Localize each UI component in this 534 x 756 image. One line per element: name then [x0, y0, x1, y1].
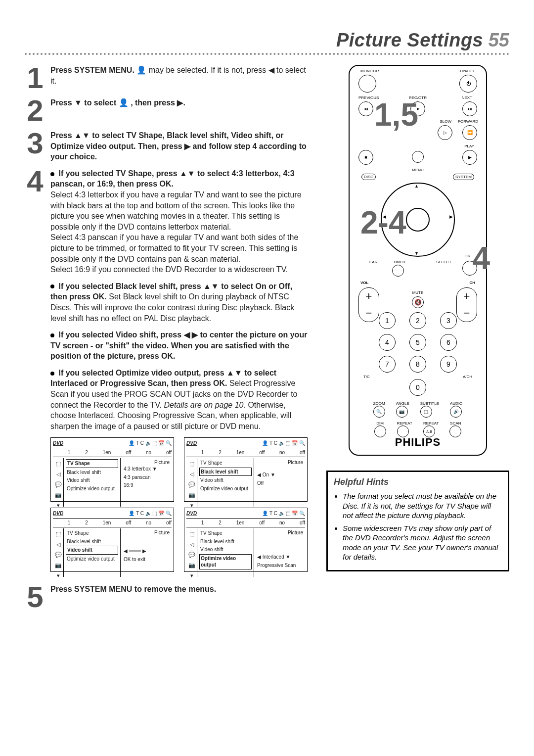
step-1-number: 1	[25, 65, 45, 92]
osd-tvshape: DVD👤 T C 🔈 ⬚ 📅 🔍 121enoffnooff ⬚◁💬📷▾ TV …	[50, 437, 174, 502]
play-button[interactable]: ▶	[462, 150, 477, 165]
overlay-step4: 4	[472, 240, 490, 277]
step-2-number: 2	[25, 97, 45, 124]
step-1-bold: Press SYSTEM MENU.	[50, 66, 134, 74]
timer-button[interactable]	[392, 265, 404, 277]
power-button[interactable]: ⏻	[459, 75, 477, 93]
previous-button[interactable]: ⏮	[358, 101, 373, 116]
step-5-number: 5	[25, 584, 45, 611]
forward-button[interactable]: ⏩	[462, 125, 477, 140]
osd-optimize: DVD👤 T C 🔈 ⬚ 📅 🔍 121enoffnooff ⬚◁💬📷▾ TV …	[184, 508, 308, 572]
stop-button[interactable]: ■	[358, 150, 373, 165]
divider-dots	[25, 53, 509, 55]
overlay-step24: 2-4	[360, 204, 406, 241]
step-3-bold: Press ▲▼ to select TV Shape, Black level…	[50, 131, 307, 161]
step-4-p3-bold: If you selected Video shift, press ◀ ▶ t…	[50, 331, 307, 360]
page-number: 55	[489, 30, 509, 50]
system-menu-button[interactable]: SYSTEM	[453, 174, 474, 180]
bullet-icon	[50, 372, 54, 376]
osd-videoshift: DVD👤 T C 🔈 ⬚ 📅 🔍 121enoffnooff ⬚◁💬📷▾ TV …	[50, 508, 174, 572]
hints-title: Helpful Hints	[334, 477, 502, 487]
osd-blacklevel: DVD👤 T C 🔈 ⬚ 📅 🔍 121enoffnooff ⬚◁💬📷▾ TV …	[184, 437, 308, 502]
step-4-p4-italic: Details are on page 10.	[164, 401, 245, 409]
remote-diagram: MONITOR ON/OFF ⏻ PREVIOUS REC/OTR NEXT ⏮…	[349, 65, 487, 456]
label-monitor: MONITOR	[360, 69, 379, 73]
page-header: Picture Settings 55	[25, 30, 509, 51]
step-3-number: 3	[25, 130, 45, 162]
step-4-number: 4	[25, 168, 45, 572]
hint-1: The format you select must be available …	[343, 491, 502, 520]
step-4-p1-text: Select 4:3 letterbox if you have a regul…	[50, 190, 302, 274]
step-2-bold: Press ▼ to select 👤 , then press ▶.	[50, 98, 185, 107]
pause-button[interactable]	[412, 151, 424, 163]
overlay-step15: 1,5	[374, 96, 418, 133]
next-button[interactable]: ⏭	[462, 101, 477, 116]
step-5-bold: Press SYSTEM MENU to remove the menus.	[50, 585, 216, 593]
disc-menu-button[interactable]: DISC	[361, 174, 376, 180]
instructions-column: 1 Press SYSTEM MENU. 👤 may be selected. …	[25, 65, 307, 616]
number-pad[interactable]: 123 456 789 T/CA/CH 0	[350, 312, 486, 401]
mute-button[interactable]: 🔇	[412, 296, 424, 308]
slow-button[interactable]: ▷	[438, 125, 452, 140]
bullet-icon	[50, 333, 54, 337]
step-4-p1-bold: If you selected TV Shape, press ▲▼ to se…	[50, 169, 295, 189]
person-icon: 👤	[136, 66, 146, 74]
page-title: Picture Settings	[336, 30, 483, 50]
bullet-icon	[50, 284, 54, 288]
helpful-hints-box: Helpful Hints The format you select must…	[326, 471, 509, 571]
monitor-button[interactable]	[358, 75, 376, 93]
bullet-icon	[50, 172, 54, 176]
label-onoff: ON/OFF	[460, 69, 475, 73]
hint-2: Some widescreen TVs may show only part o…	[343, 523, 502, 562]
brand-logo: PHILIPS	[350, 436, 486, 449]
